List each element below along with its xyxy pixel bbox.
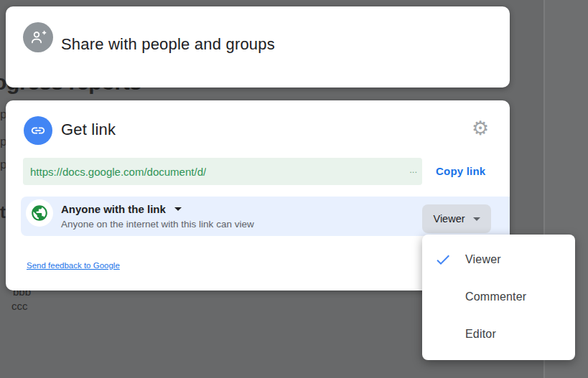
share-dialog-screen: ogress reports p p p t bbb ccc Share wit…	[0, 0, 588, 378]
person-add-icon	[23, 22, 53, 52]
chevron-down-icon	[473, 217, 480, 221]
role-menu-item-label: Editor	[465, 328, 496, 341]
background-text-fragment: t	[0, 202, 6, 222]
role-dropdown-button[interactable]: Viewer	[422, 204, 491, 233]
get-link-title: Get link	[61, 121, 116, 139]
send-feedback-link[interactable]: Send feedback to Google	[27, 261, 120, 270]
role-menu-item-editor[interactable]: Editor	[422, 316, 575, 353]
checkmark-icon	[434, 251, 452, 268]
check-placeholder	[434, 288, 452, 306]
audience-selector[interactable]: Anyone with the link Anyone on the inter…	[61, 203, 254, 230]
chevron-down-icon	[174, 207, 182, 211]
url-truncation-ellipsis: ...	[409, 164, 417, 175]
role-menu-item-label: Viewer	[465, 253, 501, 266]
copy-link-button[interactable]: Copy link	[436, 165, 485, 177]
role-dropdown-label: Viewer	[433, 213, 465, 225]
audience-description: Anyone on the internet with this link ca…	[61, 219, 254, 230]
background-text-fragment: ccc	[11, 300, 28, 312]
link-icon	[24, 116, 52, 145]
role-menu-item-viewer[interactable]: Viewer	[422, 241, 575, 278]
role-menu-item-label: Commenter	[465, 290, 526, 303]
share-card-title: Share with people and groups	[61, 35, 275, 54]
share-url-field[interactable]: https://docs.google.com/document/d/ ...	[23, 158, 422, 185]
check-placeholder	[434, 326, 452, 343]
link-settings-gear-icon[interactable]: ⚙	[468, 116, 493, 141]
share-url-text: https://docs.google.com/document/d/	[30, 166, 206, 178]
role-menu: Viewer Commenter Editor	[422, 235, 575, 360]
link-access-row: Anyone with the link Anyone on the inter…	[21, 197, 510, 236]
public-globe-icon	[26, 199, 53, 227]
audience-label: Anyone with the link	[61, 203, 166, 215]
role-menu-item-commenter[interactable]: Commenter	[422, 278, 575, 316]
share-with-people-card[interactable]: Share with people and groups	[6, 6, 510, 88]
